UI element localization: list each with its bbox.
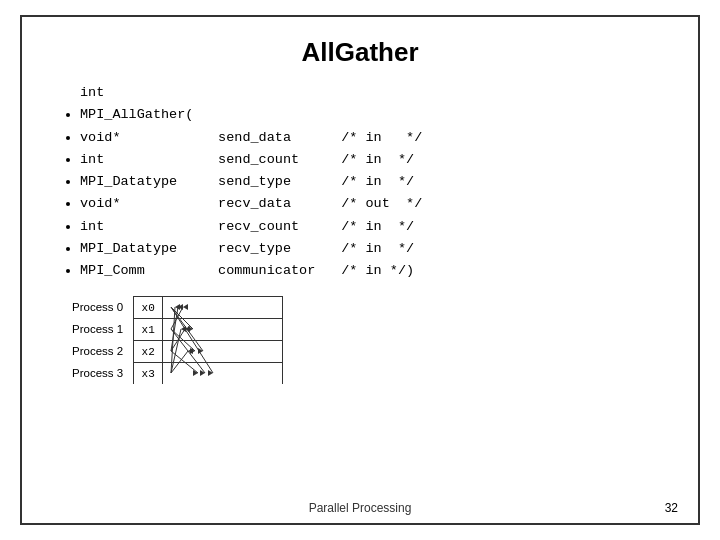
footer-text: Parallel Processing bbox=[309, 501, 412, 515]
cell-label-3: x3 bbox=[133, 363, 163, 384]
process-row-3: x3 bbox=[133, 362, 283, 384]
code-type: void* bbox=[80, 127, 210, 149]
code-param: recv_data bbox=[218, 193, 333, 215]
code-comment: /* in */ bbox=[341, 238, 414, 260]
code-comment: /* in */ bbox=[341, 149, 414, 171]
list-item: MPI_Datatype send_type /* in */ bbox=[80, 171, 668, 193]
code-param: send_type bbox=[218, 171, 333, 193]
list-item: int send_count /* in */ bbox=[80, 149, 668, 171]
code-comment: /* in */ bbox=[341, 216, 414, 238]
code-param: communicator bbox=[218, 260, 333, 282]
code-param: send_data bbox=[218, 127, 333, 149]
list-item: void* recv_data /* out */ bbox=[80, 193, 668, 215]
code-comment: /* in */ bbox=[341, 171, 414, 193]
code-type: MPI_Datatype bbox=[80, 238, 210, 260]
cell-label-1: x1 bbox=[133, 319, 163, 340]
slide-title: AllGather bbox=[52, 37, 668, 68]
code-param: recv_type bbox=[218, 238, 333, 260]
cell-label-0: x0 bbox=[133, 297, 163, 318]
process-label-2: Process 2 bbox=[72, 340, 127, 362]
code-comment: /* in */ bbox=[341, 127, 422, 149]
process-label-0: Process 0 bbox=[72, 296, 127, 318]
code-type: MPI_Comm bbox=[80, 260, 210, 282]
list-item: int recv_count /* in */ bbox=[80, 216, 668, 238]
process-grid: x0 x1 x2 x3 bbox=[133, 296, 283, 384]
cell-wide-3 bbox=[163, 363, 283, 384]
code-param: recv_count bbox=[218, 216, 333, 238]
process-labels: Process 0 Process 1 Process 2 Process 3 bbox=[72, 296, 127, 384]
code-comment: /* out */ bbox=[341, 193, 422, 215]
code-type: int bbox=[80, 149, 210, 171]
list-item: int MPI_AllGather( bbox=[80, 82, 668, 127]
slide-container: AllGather int MPI_AllGather( void* send_… bbox=[20, 15, 700, 525]
cell-label-2: x2 bbox=[133, 341, 163, 362]
list-item: void* send_data /* in */ bbox=[80, 127, 668, 149]
process-label-1: Process 1 bbox=[72, 318, 127, 340]
diagram-area: Process 0 Process 1 Process 2 Process 3 … bbox=[72, 296, 668, 384]
code-type: int bbox=[80, 216, 210, 238]
process-label-3: Process 3 bbox=[72, 362, 127, 384]
cell-wide-2 bbox=[163, 341, 283, 362]
list-item: MPI_Comm communicator /* in */) bbox=[80, 260, 668, 282]
process-row-2: x2 bbox=[133, 340, 283, 362]
process-row-0: x0 bbox=[133, 296, 283, 318]
code-comment: /* in */) bbox=[341, 260, 414, 282]
code-list: int MPI_AllGather( void* send_data /* in… bbox=[52, 82, 668, 282]
cell-wide-1 bbox=[163, 319, 283, 340]
process-row-1: x1 bbox=[133, 318, 283, 340]
code-type: void* bbox=[80, 193, 210, 215]
code-param: send_count bbox=[218, 149, 333, 171]
cell-wide-0 bbox=[163, 297, 283, 318]
code-type: MPI_Datatype bbox=[80, 171, 210, 193]
footer: Parallel Processing bbox=[22, 501, 698, 515]
page-number: 32 bbox=[665, 501, 678, 515]
code-keyword: int MPI_AllGather( bbox=[80, 82, 210, 127]
list-item: MPI_Datatype recv_type /* in */ bbox=[80, 238, 668, 260]
